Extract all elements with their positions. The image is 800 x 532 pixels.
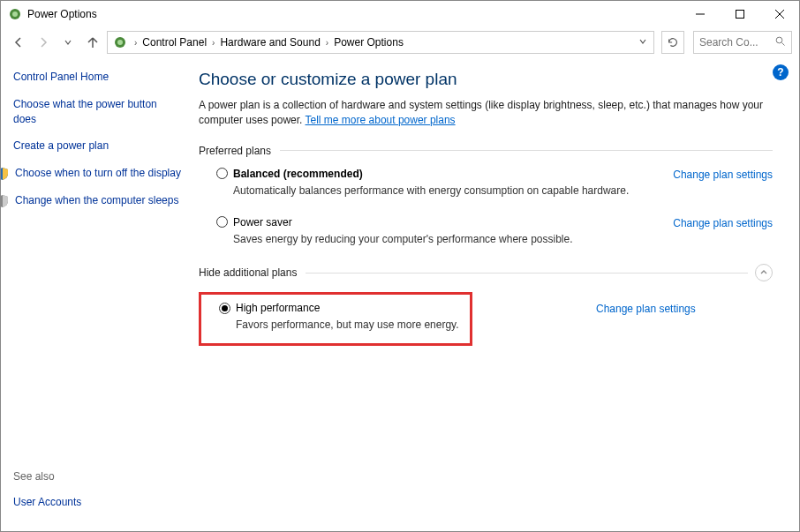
window-title: Power Options: [27, 8, 680, 20]
high-performance-row: High performance Favors performance, but…: [199, 292, 773, 346]
control-panel-home-link[interactable]: Control Panel Home: [13, 70, 183, 85]
back-button[interactable]: [8, 32, 29, 53]
chevron-right-icon[interactable]: ›: [208, 38, 218, 48]
page-heading: Choose or customize a power plan: [199, 70, 773, 89]
plan-name-balanced: Balanced (recommended): [233, 168, 363, 180]
svg-rect-3: [736, 11, 743, 19]
preferred-plans-label: Preferred plans: [199, 145, 280, 157]
plan-balanced: Balanced (recommended) Automatically bal…: [199, 168, 773, 216]
search-input[interactable]: [699, 36, 770, 49]
sidebar-link-user-accounts[interactable]: User Accounts: [13, 495, 183, 510]
change-settings-high[interactable]: Change plan settings: [596, 292, 696, 346]
svg-line-9: [782, 42, 785, 45]
sidebar-link-create-plan[interactable]: Create a power plan: [13, 139, 183, 154]
help-icon[interactable]: ?: [773, 64, 789, 80]
svg-point-8: [776, 37, 782, 43]
location-icon: [113, 35, 127, 49]
change-settings-balanced[interactable]: Change plan settings: [673, 168, 773, 209]
address-dropdown[interactable]: [634, 36, 652, 49]
breadcrumb-hardware-sound[interactable]: Hardware and Sound: [218, 36, 321, 49]
content-area: Control Panel Home Choose what the power…: [1, 57, 799, 531]
see-also-label: See also: [13, 470, 183, 483]
window-controls: [680, 1, 799, 27]
search-icon: [775, 36, 786, 49]
breadcrumb-power-options[interactable]: Power Options: [332, 36, 405, 49]
plan-desc-high: Favors performance, but may use more ene…: [219, 318, 470, 333]
intro-link[interactable]: Tell me more about power plans: [306, 114, 456, 126]
sidebar: Control Panel Home Choose what the power…: [1, 57, 192, 531]
plan-desc-saver: Saves energy by reducing your computer's…: [216, 232, 673, 247]
intro-body: A power plan is a collection of hardware…: [199, 99, 763, 126]
divider: [306, 273, 748, 273]
svg-point-7: [117, 40, 123, 45]
radio-saver[interactable]: [216, 216, 228, 228]
title-bar: Power Options: [1, 1, 799, 27]
intro-text: A power plan is a collection of hardware…: [199, 98, 773, 129]
highlight-box: High performance Favors performance, but…: [199, 292, 472, 346]
chevron-right-icon[interactable]: ›: [322, 38, 332, 48]
collapse-button[interactable]: [755, 264, 773, 281]
maximize-button[interactable]: [720, 1, 759, 27]
sidebar-link-computer-sleeps[interactable]: Change when the computer sleeps: [15, 193, 178, 208]
radio-balanced[interactable]: [216, 168, 228, 179]
refresh-button[interactable]: [661, 31, 684, 54]
sidebar-link-power-button[interactable]: Choose what the power button does: [13, 97, 183, 127]
additional-plans-label: Hide additional plans: [199, 266, 306, 279]
plan-desc-balanced: Automatically balances performance with …: [216, 184, 673, 199]
forward-button[interactable]: [33, 32, 54, 53]
app-icon: [8, 7, 22, 21]
svg-point-1: [12, 11, 18, 17]
plan-name-saver: Power saver: [233, 216, 292, 229]
breadcrumb-control-panel[interactable]: Control Panel: [140, 36, 208, 49]
shield-icon: [0, 194, 10, 208]
plan-name-high: High performance: [236, 302, 320, 314]
plan-saver: Power saver Saves energy by reducing you…: [199, 216, 773, 265]
close-button[interactable]: [759, 1, 799, 27]
shield-icon: [0, 167, 10, 181]
additional-plans-header[interactable]: Hide additional plans: [199, 264, 773, 281]
sidebar-link-turn-off-display[interactable]: Choose when to turn off the display: [15, 166, 181, 181]
nav-row: › Control Panel › Hardware and Sound › P…: [1, 27, 799, 57]
address-bar[interactable]: › Control Panel › Hardware and Sound › P…: [107, 31, 654, 54]
up-button[interactable]: [82, 32, 103, 53]
recent-dropdown[interactable]: [57, 32, 79, 53]
chevron-right-icon[interactable]: ›: [131, 38, 140, 48]
change-settings-saver[interactable]: Change plan settings: [673, 216, 773, 258]
divider: [280, 150, 773, 151]
search-box[interactable]: [693, 31, 792, 54]
preferred-plans-header: Preferred plans: [199, 145, 773, 157]
main-panel: Choose or customize a power plan A power…: [192, 57, 799, 531]
minimize-button[interactable]: [680, 1, 720, 27]
radio-high-performance[interactable]: [219, 303, 230, 314]
